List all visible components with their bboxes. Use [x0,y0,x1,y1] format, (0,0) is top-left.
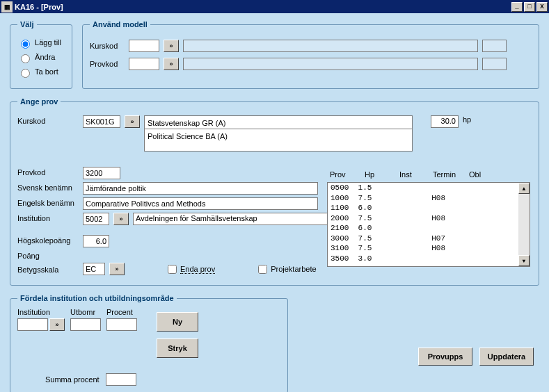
uppdatera-button[interactable]: Uppdatera [479,348,534,366]
ange-engelsk-label: Engelsk benämn [17,197,79,207]
fordela-legend: Fördela institution och utbildningsområd… [17,294,177,302]
modell-kurskod-display [183,40,478,52]
table-row[interactable]: 0500 1.5 [328,183,518,193]
ange-kurskod-label: Kurskod [17,115,79,125]
minimize-button[interactable]: _ [511,2,523,12]
checkbox-projektarbete[interactable]: Projektarbete [258,265,316,274]
provupps-button[interactable]: Provupps [418,348,472,366]
ange-svensk-input[interactable] [83,182,318,195]
modell-provkod-input[interactable] [129,58,159,70]
table-row[interactable]: 3100 7.5 H08 [328,243,518,254]
modell-legend: Använd modell [90,20,150,28]
th-hp: Hp [365,170,399,179]
scroll-up-button[interactable]: ▲ [518,183,530,194]
table-row[interactable]: 3000 7.5 H07 [328,234,518,244]
summa-procent-label: Summa procent [45,375,100,384]
stryk-button[interactable]: Stryk [157,338,198,358]
client-area: Välj Lägg till Ändra Ta bort Använd mode… [0,13,549,392]
ange-legend: Ange prov [17,97,61,106]
checkbox-projektarbete-input[interactable] [258,265,267,274]
ford-col-inst: Institution [17,308,65,316]
ny-button[interactable]: Ny [157,312,198,332]
ange-bskala-lookup-button[interactable]: » [109,263,125,275]
scroll-track[interactable] [518,194,530,255]
window-title: KA16 - [Prov] [15,3,511,11]
ange-svensk-label: Svensk benämn [17,182,79,192]
ange-bskala-label: Betygsskala [17,264,79,274]
ford-proc-input[interactable] [106,318,137,331]
table-row[interactable]: 2100 6.0 [328,223,518,234]
radio-andra[interactable]: Ändra [17,52,65,63]
ford-col-utb: Utbomr [70,308,101,316]
th-termin: Termin [433,170,469,179]
modell-kurskod-label: Kurskod [90,42,125,50]
fieldset-modell: Använd modell Kurskod » Provkod » [82,20,539,89]
ford-inst-lookup-button[interactable]: » [49,318,65,331]
modell-kurskod-input[interactable] [129,40,159,52]
ange-engelsk-input[interactable] [83,197,318,210]
summa-procent-input[interactable] [106,373,136,386]
ange-hp-unit: hp [463,115,471,124]
close-button[interactable]: X [536,2,548,12]
radio-andra-label: Ändra [35,53,55,61]
radio-ta-bort-label: Ta bort [35,67,58,76]
modell-kurskod-unit [511,40,532,52]
ange-provkod-input[interactable] [83,167,120,179]
app-icon: ▦ [1,1,13,13]
modell-kurskod-lookup-button[interactable]: » [164,40,179,52]
radio-ta-bort[interactable]: Ta bort [17,67,65,78]
ford-utb-input[interactable] [70,318,101,331]
modell-kurskod-hp [482,40,507,52]
ange-hp-value: 30.0 [431,115,459,128]
ange-inst-label: Institution [17,213,79,222]
checkbox-enda-prov[interactable]: Enda prov [168,265,215,274]
modell-provkod-unit [511,58,532,70]
ange-inst-code-input[interactable] [83,213,109,225]
checkbox-enda-prov-label: Enda prov [180,265,215,274]
modell-provkod-lookup-button[interactable]: » [164,58,179,70]
th-inst: Inst [399,170,433,179]
prov-table[interactable]: 0500 1.5 1000 7.5 H081100 6.0 2000 7.5 H… [327,182,530,267]
th-prov: Prov [330,170,365,179]
prov-table-scrollbar[interactable]: ▲ ▼ [518,183,530,266]
radio-lagg-till-label: Lägg till [35,38,61,47]
checkbox-projektarbete-label: Projektarbete [271,265,316,273]
valj-legend: Välj [17,20,37,28]
ange-kurskod-lookup-button[interactable]: » [125,115,140,128]
ange-hsp-label: Högskolepoäng [17,235,79,245]
checkbox-enda-prov-input[interactable] [168,265,177,274]
th-obl: Obl [469,170,481,179]
radio-andra-input[interactable] [21,54,30,63]
ford-col-proc: Procent [106,308,137,316]
ange-poang-label: Poäng [17,250,79,260]
maximize-button[interactable]: □ [524,2,535,12]
ange-kursnamn-sv: Statsvetenskap GR (A) [144,115,413,129]
modell-provkod-hp [482,58,507,70]
ange-hsp-input[interactable] [83,235,109,247]
scroll-down-button[interactable]: ▼ [518,255,530,266]
table-row[interactable]: 3500 3.0 [328,254,518,264]
ford-inst-input[interactable] [17,318,48,331]
prov-table-header: Prov Hp Inst Termin Obl [330,170,518,179]
fieldset-ange-prov: Ange prov Kurskod » Statsvetenskap GR (A… [10,97,539,286]
radio-lagg-till-input[interactable] [21,40,30,49]
table-row[interactable]: 1000 7.5 H08 [328,193,518,204]
fieldset-valj: Välj Lägg till Ändra Ta bort [10,20,72,89]
title-bar: ▦ KA16 - [Prov] _ □ X [0,0,549,13]
fieldset-fordela: Fördela institution och utbildningsområd… [10,294,288,392]
modell-provkod-display [183,58,478,70]
ange-kursnamn-en: Political Science BA (A) [144,129,413,152]
modell-provkod-label: Provkod [90,60,125,68]
table-row[interactable]: 2000 7.5 H08 [328,213,518,224]
ange-provkod-label: Provkod [17,167,79,177]
ange-kurskod-input[interactable] [83,115,120,128]
radio-lagg-till[interactable]: Lägg till [17,38,65,49]
ange-inst-lookup-button[interactable]: » [113,213,129,225]
table-row[interactable]: 1100 6.0 [328,203,518,213]
radio-ta-bort-input[interactable] [21,69,30,78]
ange-bskala-input[interactable] [83,263,105,275]
